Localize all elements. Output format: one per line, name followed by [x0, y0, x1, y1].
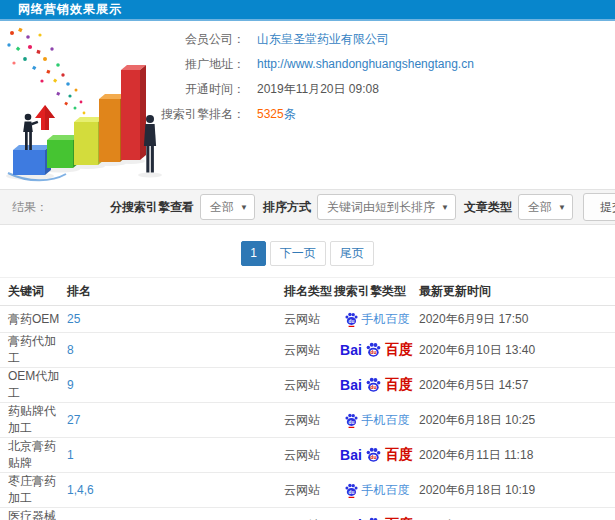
bar-blue [13, 145, 51, 175]
baidu-logo-bai-text: Bai [340, 447, 362, 463]
update-time-cell: 2020年6月5日 14:57 [419, 368, 615, 403]
baidu-paw-icon: du [344, 483, 359, 498]
rank-link[interactable]: 27 [67, 413, 80, 427]
baidu-logo: Baidu百度 [340, 516, 413, 520]
engine-type-cell: Baidu百度 [334, 333, 419, 368]
update-time-cell: 2020年6月11日 11:18 [419, 438, 615, 473]
rank-link[interactable]: 9 [67, 378, 74, 392]
mobile-baidu-label: 手机百度 [362, 412, 410, 429]
mobile-baidu-label: 手机百度 [362, 311, 410, 328]
chevron-down-icon: ▼ [441, 196, 449, 220]
table-row: 枣庄膏药加工1,4,6云网站du手机百度2020年6月18日 10:19 [0, 473, 615, 508]
baidu-logo-cn-text: 百度 [385, 341, 413, 359]
svg-text:du: du [370, 454, 376, 460]
rank-count-number: 5325 [257, 107, 284, 121]
keyword-cell: 北京膏药贴牌 [0, 438, 67, 473]
page-title: 网络营销效果展示 [0, 1, 122, 18]
svg-text:du: du [348, 318, 354, 323]
table-row: 药贴牌代加工27云网站du手机百度2020年6月18日 10:25 [0, 403, 615, 438]
engine-filter-label: 分搜索引擎查看 [110, 199, 194, 216]
rank-count-label: 搜索引擎排名： [0, 106, 245, 123]
rank-link[interactable]: 1 [67, 448, 74, 462]
sort-select[interactable]: 关键词由短到长排序 ▼ [317, 194, 456, 220]
info-row-rank-count: 搜索引擎排名： 5325条 [0, 106, 615, 122]
keyword-cell: OEM代加工 [0, 368, 67, 403]
rank-count-unit: 条 [284, 107, 296, 121]
filter-bar: 结果： 分搜索引擎查看 全部 ▼ 排序方式 关键词由短到长排序 ▼ 文章类型 全… [0, 189, 615, 225]
info-row-open-time: 开通时间： 2019年11月20日 09:08 [0, 81, 615, 97]
update-time-cell: 2020年6月18日 10:25 [419, 403, 615, 438]
baidu-logo-cn-text: 百度 [385, 446, 413, 464]
svg-text:du: du [348, 489, 354, 494]
baidu-logo-cn-text: 百度 [385, 516, 413, 520]
sort-filter-label: 排序方式 [263, 199, 311, 216]
rank-type-cell: 云网站 [284, 508, 334, 520]
table-row: 膏药代加工8云网站Baidu百度2020年6月10日 13:40 [0, 333, 615, 368]
mobile-baidu-logo: du手机百度 [344, 311, 410, 328]
keyword-rank-table: 关键词 排名 排名类型 搜索引擎类型 最新更新时间 膏药OEM25云网站du手机… [0, 277, 615, 520]
engine-type-cell: Baidu百度 [334, 368, 419, 403]
baidu-paw-icon: du [365, 377, 382, 394]
table-body: 膏药OEM25云网站du手机百度2020年6月9日 17:50膏药代加工8云网站… [0, 306, 615, 520]
company-link[interactable]: 山东皇圣堂药业有限公司 [257, 31, 389, 48]
baidu-paw-icon: du [365, 342, 382, 359]
rank-cell: 27 [67, 403, 284, 438]
page-1-button[interactable]: 1 [241, 241, 266, 266]
rank-type-cell: 云网站 [284, 403, 334, 438]
rank-type-cell: 云网站 [284, 306, 334, 333]
top-title-bar: 网络营销效果展示 [0, 0, 615, 21]
update-time-cell: 2020年6月10日 13:40 [419, 333, 615, 368]
last-page-button[interactable]: 尾页 [330, 241, 374, 266]
promo-url-label: 推广地址： [0, 56, 245, 73]
table-row: 北京膏药贴牌1云网站Baidu百度2020年6月11日 11:18 [0, 438, 615, 473]
table-row: 膏药OEM25云网站du手机百度2020年6月9日 17:50 [0, 306, 615, 333]
baidu-paw-icon: du [344, 312, 359, 327]
rank-link[interactable]: 1,4,6 [67, 483, 94, 497]
rank-link[interactable]: 25 [67, 312, 80, 326]
baidu-logo: Baidu百度 [340, 341, 413, 359]
rank-type-cell: 云网站 [284, 333, 334, 368]
mobile-baidu-logo: du手机百度 [344, 412, 410, 429]
sort-select-value: 关键词由短到长排序 [327, 200, 435, 214]
update-time-cell: 2020年6月9日 17:50 [419, 306, 615, 333]
baidu-logo: Baidu百度 [340, 376, 413, 394]
rank-count-value: 5325条 [257, 106, 296, 123]
engine-select-value: 全部 [210, 200, 234, 214]
engine-type-cell: du手机百度 [334, 306, 419, 333]
header-rank-type: 排名类型 [284, 278, 334, 306]
chevron-down-icon: ▼ [240, 196, 248, 220]
baidu-logo-bai-text: Bai [340, 377, 362, 393]
company-label: 会员公司： [0, 31, 245, 48]
svg-text:du: du [370, 384, 376, 390]
rank-type-cell: 云网站 [284, 473, 334, 508]
keyword-cell: 枣庄膏药加工 [0, 473, 67, 508]
member-info-list: 会员公司： 山东皇圣堂药业有限公司 推广地址： http://www.shand… [0, 31, 615, 131]
promo-url-link[interactable]: http://www.shandonghuangshengtang.cn [257, 57, 474, 71]
header-engine-type: 搜索引擎类型 [334, 278, 419, 306]
open-time-label: 开通时间： [0, 81, 245, 98]
rank-type-cell: 云网站 [284, 368, 334, 403]
member-info-section: 会员公司： 山东皇圣堂药业有限公司 推广地址： http://www.shand… [0, 21, 615, 189]
rank-cell: 25 [67, 306, 284, 333]
result-label: 结果： [12, 199, 48, 216]
engine-type-cell: du手机百度 [334, 403, 419, 438]
submit-button[interactable]: 提交 [583, 193, 615, 221]
baidu-paw-icon: du [344, 413, 359, 428]
header-rank: 排名 [67, 278, 284, 306]
rank-cell: 1,4,6 [67, 473, 284, 508]
article-type-filter-label: 文章类型 [464, 199, 512, 216]
engine-type-cell: Baidu百度 [334, 508, 419, 520]
baidu-logo-cn-text: 百度 [385, 376, 413, 394]
rank-link[interactable]: 8 [67, 343, 74, 357]
rank-cell: 8 [67, 333, 284, 368]
rank-cell: 4 [67, 508, 284, 520]
engine-select[interactable]: 全部 ▼ [200, 194, 255, 220]
rank-cell: 9 [67, 368, 284, 403]
header-keyword: 关键词 [0, 278, 67, 306]
update-time-cell: 2020年6月18日 10:19 [419, 473, 615, 508]
next-page-button[interactable]: 下一页 [270, 241, 326, 266]
open-time-value: 2019年11月20日 09:08 [257, 81, 379, 98]
svg-text:du: du [370, 349, 376, 355]
keyword-cell: 医疗器械厂家 [0, 508, 67, 520]
article-type-select[interactable]: 全部 ▼ [518, 194, 573, 220]
